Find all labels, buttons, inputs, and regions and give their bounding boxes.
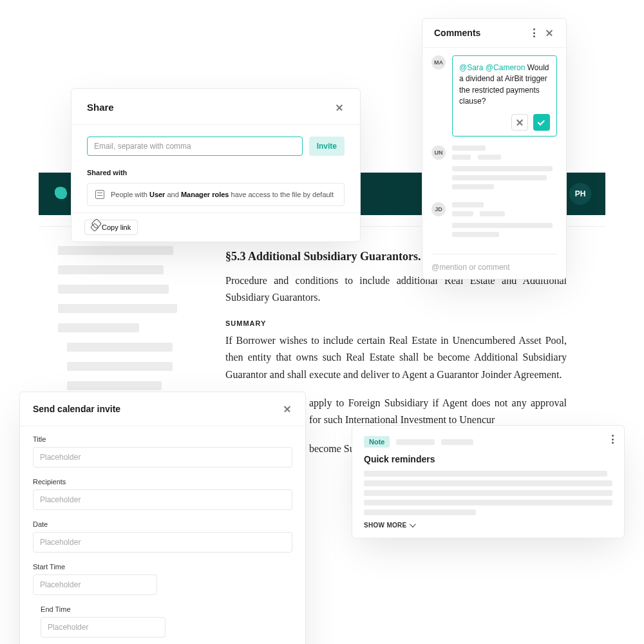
calendar-invite-modal: Send calendar invite Title Recipients Da…	[19, 392, 306, 644]
more-icon[interactable]	[533, 28, 535, 37]
check-icon	[538, 118, 545, 125]
mention: @Sara @Cameron	[459, 63, 525, 72]
share-title: Share	[87, 102, 114, 113]
note-card: Note Quick reminders SHOW MORE	[352, 425, 625, 538]
recipients-label: Recipients	[33, 478, 292, 486]
link-icon	[90, 223, 99, 232]
comment-item: MA @Sara @Cameron Would a dividend at Ai…	[431, 55, 557, 137]
commenter-avatar: JD	[431, 202, 446, 216]
commenter-avatar: MA	[431, 55, 446, 70]
comment-input[interactable]	[431, 263, 557, 272]
commenter-avatar: UN	[431, 146, 446, 160]
organization-icon	[95, 190, 104, 199]
title-input[interactable]	[33, 447, 292, 468]
comments-panel: Comments MA @Sara @Cameron Would a divid…	[422, 18, 567, 279]
invite-button[interactable]: Invite	[309, 137, 345, 156]
summary-label: SUMMARY	[225, 319, 567, 327]
comment-item: UN	[431, 146, 557, 193]
note-tag: Note	[364, 436, 390, 448]
end-time-input[interactable]	[41, 617, 165, 638]
share-modal: Share Invite Shared with People with Use…	[71, 88, 361, 242]
more-icon[interactable]	[612, 435, 614, 444]
note-title: Quick reminders	[364, 454, 612, 464]
shared-with-label: Shared with	[87, 169, 345, 176]
default-permissions-row: People with User and Manager roles have …	[87, 183, 345, 206]
show-more-button[interactable]: SHOW MORE	[364, 522, 612, 529]
close-icon[interactable]	[282, 404, 292, 414]
title-label: Title	[33, 435, 292, 443]
recipients-input[interactable]	[33, 489, 292, 510]
summary-p1: If Borrower wishes to include certain Re…	[225, 332, 567, 383]
user-avatar[interactable]: PH	[569, 183, 591, 205]
chevron-down-icon	[410, 521, 416, 527]
calendar-title: Send calendar invite	[33, 404, 120, 414]
close-icon[interactable]	[334, 102, 345, 113]
start-time-label: Start Time	[33, 563, 157, 571]
start-time-input[interactable]	[33, 574, 157, 595]
submit-comment-button[interactable]	[533, 114, 550, 131]
app-logo-icon	[53, 187, 67, 201]
comment-item: JD	[431, 202, 557, 241]
date-label: Date	[33, 520, 292, 528]
cancel-comment-button[interactable]	[511, 114, 528, 131]
share-email-input[interactable]	[87, 137, 303, 156]
comments-title: Comments	[434, 28, 480, 38]
x-icon	[516, 119, 523, 126]
copy-link-button[interactable]: Copy link	[84, 220, 138, 235]
comment-editor[interactable]: @Sara @Cameron Would a dividend at AirBi…	[452, 55, 557, 137]
permissions-text: People with User and Manager roles have …	[111, 191, 334, 198]
date-input[interactable]	[33, 532, 292, 553]
end-time-label: End Time	[41, 605, 165, 613]
close-icon[interactable]	[544, 28, 554, 38]
